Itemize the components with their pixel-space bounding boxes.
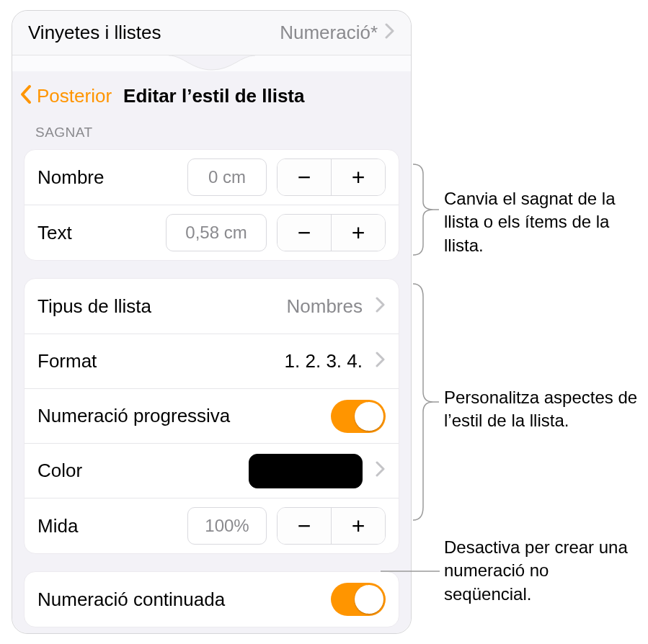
list-type-row[interactable]: Tipus de llista Nombres [25, 279, 399, 334]
chevron-right-icon [376, 460, 386, 482]
list-type-value: Nombres [287, 295, 363, 318]
bullets-lists-header-row[interactable]: Vinyetes i llistes Numeració* [12, 11, 411, 55]
callout-style: Personalitza aspectes de l’estil de la l… [444, 386, 639, 433]
color-swatch [249, 454, 363, 488]
popover-panel: Vinyetes i llistes Numeració* Posterior … [12, 10, 412, 634]
indent-text-value[interactable]: 0,58 cm [166, 214, 267, 251]
section-label-indent: SAGNAT [12, 120, 411, 145]
sheet-notch [169, 55, 255, 71]
indent-number-increment[interactable]: + [332, 159, 385, 195]
style-card: Tipus de llista Nombres Format 1. 2. 3. … [24, 278, 399, 554]
continue-numbering-toggle[interactable] [331, 583, 386, 616]
indent-number-decrement[interactable]: − [278, 159, 331, 195]
size-decrement[interactable]: − [278, 508, 331, 544]
tiered-numbering-toggle[interactable] [331, 400, 386, 433]
size-stepper: − + [277, 507, 386, 545]
format-value: 1. 2. 3. 4. [285, 350, 363, 372]
indent-text-decrement[interactable]: − [278, 215, 331, 251]
chevron-right-icon [376, 295, 386, 318]
size-label: Mida [37, 515, 177, 537]
color-label: Color [37, 460, 239, 482]
callout-style-text: Personalitza aspectes de l’estil de la l… [444, 386, 639, 433]
bullets-lists-value: Numeració* [280, 22, 378, 44]
indent-number-row: Nombre 0 cm − + [25, 150, 399, 205]
color-row[interactable]: Color [25, 443, 399, 498]
indent-text-row: Text 0,58 cm − + [25, 205, 399, 260]
edit-list-style-sheet: Posterior Editar l’estil de llista SAGNA… [12, 71, 411, 633]
bullets-lists-title: Vinyetes i llistes [28, 22, 280, 44]
page-title: Editar l’estil de llista [123, 85, 304, 107]
indent-text-increment[interactable]: + [332, 215, 385, 251]
nav-row: Posterior Editar l’estil de llista [12, 79, 411, 120]
tiered-numbering-label: Numeració progressiva [37, 405, 321, 427]
indent-number-stepper: − + [277, 158, 386, 196]
chevron-right-icon [385, 22, 395, 44]
list-type-label: Tipus de llista [37, 295, 277, 318]
continue-card: Numeració continuada [24, 571, 399, 627]
size-row: Mida 100% − + [25, 498, 399, 553]
back-button[interactable]: Posterior [37, 85, 112, 107]
continue-numbering-label: Numeració continuada [37, 589, 321, 611]
chevron-right-icon [376, 350, 386, 372]
continue-numbering-row: Numeració continuada [25, 572, 399, 627]
callout-continue: Desactiva per crear una numeració no seq… [444, 536, 639, 606]
indent-card: Nombre 0 cm − + Text 0,58 cm − + [24, 149, 399, 261]
indent-number-label: Nombre [37, 166, 177, 189]
callouts-area: Canvia el sagnat de la llista o els ítem… [431, 0, 640, 644]
size-increment[interactable]: + [332, 508, 385, 544]
tiered-numbering-row: Numeració progressiva [25, 388, 399, 443]
format-row[interactable]: Format 1. 2. 3. 4. [25, 334, 399, 388]
format-label: Format [37, 350, 275, 372]
indent-number-value[interactable]: 0 cm [187, 158, 267, 196]
callout-continue-text: Desactiva per crear una numeració no seq… [444, 536, 639, 606]
callout-indent: Canvia el sagnat de la llista o els ítem… [444, 187, 639, 257]
callout-indent-text: Canvia el sagnat de la llista o els ítem… [444, 187, 639, 257]
chevron-left-icon[interactable] [19, 84, 32, 107]
indent-text-label: Text [37, 222, 156, 244]
indent-text-stepper: − + [277, 214, 386, 251]
size-value[interactable]: 100% [187, 507, 267, 545]
